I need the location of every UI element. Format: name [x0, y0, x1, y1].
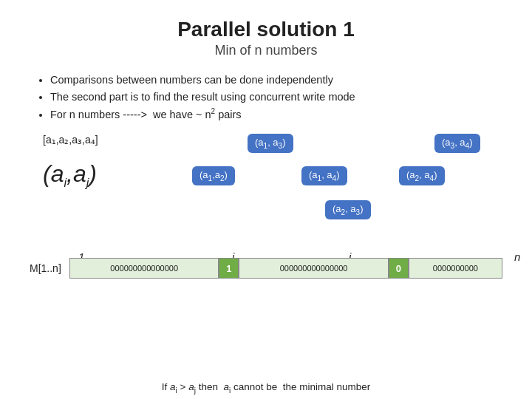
pair-a2a3: (a2, a3)	[325, 200, 371, 219]
array-label: [a₁,a₂,a₃,a₄]	[43, 134, 98, 146]
m-cell-0: 0	[389, 258, 409, 279]
label-n: n	[514, 250, 520, 263]
bullet-list: Comparisons between numbers can be done …	[43, 72, 502, 123]
m-cell-zeros2: 000000000000000	[239, 258, 388, 279]
bullet-3: For n numbers -----> we have ~ n2 pairs	[50, 106, 502, 123]
bullet-2: The second part is to find the result us…	[50, 89, 502, 106]
caption: If ai > aj then ai cannot be the minimal…	[0, 381, 532, 395]
m-cell-zeros1: 000000000000000	[69, 258, 219, 279]
pair-label: (ai,aj)	[43, 160, 97, 190]
pair-a1a2: (a1,a2)	[192, 166, 235, 185]
m-label: M[1..n]	[30, 262, 69, 274]
page-subtitle: Min of n numbers	[30, 43, 502, 58]
pair-a1a4: (a1, a4)	[301, 166, 347, 185]
pair-a1a3: (a1, a3)	[248, 134, 293, 153]
diagram: [a₁,a₂,a₃,a₄] (ai,aj) (a1, a3) (a3, a4) …	[30, 134, 502, 289]
slide: Parallel solution 1 Min of n numbers Com…	[0, 0, 532, 399]
pair-a2a4: (a2, a4)	[399, 166, 445, 185]
bullet-1: Comparisons between numbers can be done …	[50, 72, 502, 89]
m-row: M[1..n] 000000000000000 1 00000000000000…	[30, 258, 502, 279]
pair-a3a4: (a3, a4)	[434, 134, 480, 153]
page-title: Parallel solution 1	[30, 18, 502, 41]
m-cells: 000000000000000 1 000000000000000 0 0000…	[69, 258, 502, 279]
m-cell-zeros3: 0000000000	[409, 258, 502, 279]
m-cell-1: 1	[219, 258, 239, 279]
